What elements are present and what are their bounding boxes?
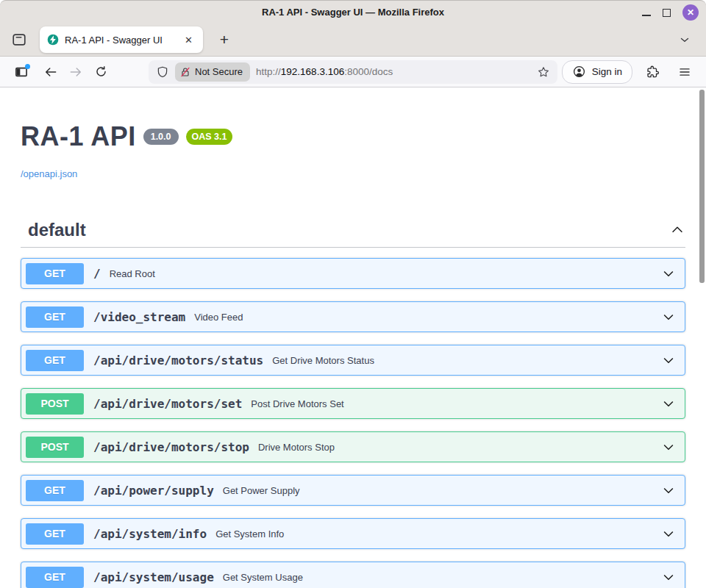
- method-badge: GET: [26, 480, 84, 501]
- not-secure-badge[interactable]: Not Secure: [175, 62, 250, 82]
- sidebar-toggle-icon[interactable]: [9, 60, 34, 84]
- method-badge: POST: [26, 437, 84, 458]
- sign-in-label: Sign in: [592, 66, 622, 77]
- endpoint-path: /video_stream: [93, 310, 185, 324]
- endpoint-path: /api/power/supply: [93, 484, 214, 498]
- api-info-section: RA-1 API 1.0.0 OAS 3.1 /openapi.json: [0, 87, 706, 180]
- chevron-down-icon[interactable]: [661, 309, 676, 324]
- not-secure-label: Not Secure: [195, 66, 243, 77]
- chevron-down-icon[interactable]: [661, 440, 676, 454]
- fastapi-favicon-icon: [47, 34, 59, 46]
- bookmark-star-icon[interactable]: [537, 65, 550, 79]
- endpoint-path: /api/drive/motors/status: [93, 354, 263, 368]
- endpoint-summary: Drive Motors Stop: [258, 442, 661, 453]
- navigation-toolbar: Not Secure http://192.168.3.106:8000/doc…: [0, 57, 706, 87]
- tab-bar: RA-1 API - Swagger UI ✕ +: [0, 24, 706, 57]
- swagger-page: RA-1 API 1.0.0 OAS 3.1 /openapi.json def…: [0, 87, 706, 588]
- endpoint-row[interactable]: POST /api/drive/motors/set Post Drive Mo…: [21, 388, 685, 419]
- notification-dot: [25, 64, 30, 69]
- url-text[interactable]: http://192.168.3.106:8000/docs: [256, 66, 531, 77]
- endpoint-summary: Post Drive Motors Set: [251, 398, 661, 409]
- url-scheme: http://: [256, 66, 281, 77]
- minimize-icon[interactable]: [642, 15, 651, 16]
- sign-in-button[interactable]: Sign in: [562, 60, 632, 84]
- endpoint-path: /api/drive/motors/set: [93, 397, 242, 411]
- method-badge: GET: [26, 350, 84, 371]
- openapi-spec-link[interactable]: /openapi.json: [21, 168, 77, 179]
- method-badge: GET: [26, 567, 84, 588]
- firefox-view-icon[interactable]: [7, 28, 31, 51]
- url-host: 192.168.3.106: [281, 66, 344, 77]
- method-badge: POST: [26, 393, 84, 415]
- endpoint-path: /api/system/info: [93, 527, 207, 541]
- endpoint-path: /api/system/usage: [93, 570, 214, 584]
- endpoint-summary: Video Feed: [194, 312, 661, 323]
- oas-badge: OAS 3.1: [186, 129, 233, 145]
- window-titlebar[interactable]: RA-1 API - Swagger UI — Mozilla Firefox …: [0, 0, 706, 24]
- method-badge: GET: [26, 523, 84, 545]
- navbar-right-cluster: Sign in: [562, 60, 697, 84]
- page-title: RA-1 API: [21, 121, 136, 152]
- page-scrollbar-thumb[interactable]: [699, 90, 705, 283]
- tab-close-icon[interactable]: ✕: [182, 33, 196, 47]
- endpoint-summary: Get Drive Motors Status: [272, 355, 661, 366]
- url-path: :8000/docs: [344, 66, 393, 77]
- chevron-down-icon[interactable]: [661, 266, 676, 281]
- section-divider: [21, 247, 685, 248]
- section-title: default: [28, 220, 86, 240]
- endpoint-summary: Get System Info: [215, 528, 661, 539]
- tab-title: RA-1 API - Swagger UI: [65, 35, 182, 46]
- chevron-down-icon[interactable]: [661, 353, 676, 368]
- method-badge: GET: [26, 263, 84, 284]
- endpoint-path: /api/drive/motors/stop: [93, 440, 249, 454]
- maximize-icon[interactable]: [663, 9, 671, 17]
- endpoint-summary: Get System Usage: [223, 572, 661, 583]
- version-badge: 1.0.0: [143, 129, 179, 145]
- shield-icon[interactable]: [156, 65, 169, 79]
- chevron-up-icon[interactable]: [669, 222, 685, 238]
- section-header-default[interactable]: default: [21, 220, 685, 240]
- endpoint-row[interactable]: GET /api/system/info Get System Info: [21, 518, 685, 549]
- endpoint-row[interactable]: GET /video_stream Video Feed: [21, 301, 685, 332]
- chevron-down-icon[interactable]: [661, 396, 676, 411]
- close-icon[interactable]: ✕: [682, 4, 699, 21]
- forward-icon[interactable]: [63, 60, 88, 84]
- new-tab-button[interactable]: +: [213, 29, 235, 51]
- account-icon: [572, 65, 586, 79]
- chevron-down-icon[interactable]: [661, 483, 676, 498]
- endpoint-summary: Read Root: [110, 268, 661, 279]
- method-badge: GET: [26, 306, 84, 328]
- tab-list-chevron-down-icon[interactable]: [678, 33, 691, 46]
- back-icon[interactable]: [38, 60, 63, 84]
- endpoint-row[interactable]: GET /api/drive/motors/status Get Drive M…: [21, 345, 685, 376]
- menu-hamburger-icon[interactable]: [672, 60, 697, 84]
- chevron-down-icon[interactable]: [661, 526, 676, 541]
- extensions-puzzle-icon[interactable]: [640, 60, 665, 84]
- browser-tab[interactable]: RA-1 API - Swagger UI ✕: [40, 26, 203, 53]
- endpoint-row[interactable]: POST /api/drive/motors/stop Drive Motors…: [21, 431, 685, 462]
- chevron-down-icon[interactable]: [661, 570, 676, 584]
- endpoint-row[interactable]: GET / Read Root: [21, 258, 685, 289]
- endpoint-list: GET / Read Root GET /video_stream Video …: [21, 258, 685, 588]
- window-title: RA-1 API - Swagger UI — Mozilla Firefox: [262, 7, 444, 18]
- window-controls: ✕: [642, 1, 699, 24]
- endpoint-row[interactable]: GET /api/system/usage Get System Usage: [21, 562, 685, 588]
- endpoint-path: /: [93, 267, 101, 281]
- reload-icon[interactable]: [88, 60, 113, 84]
- endpoint-row[interactable]: GET /api/power/supply Get Power Supply: [21, 475, 685, 506]
- endpoint-summary: Get Power Supply: [223, 485, 661, 496]
- url-bar[interactable]: Not Secure http://192.168.3.106:8000/doc…: [149, 60, 557, 84]
- lock-slashed-icon: [179, 66, 191, 78]
